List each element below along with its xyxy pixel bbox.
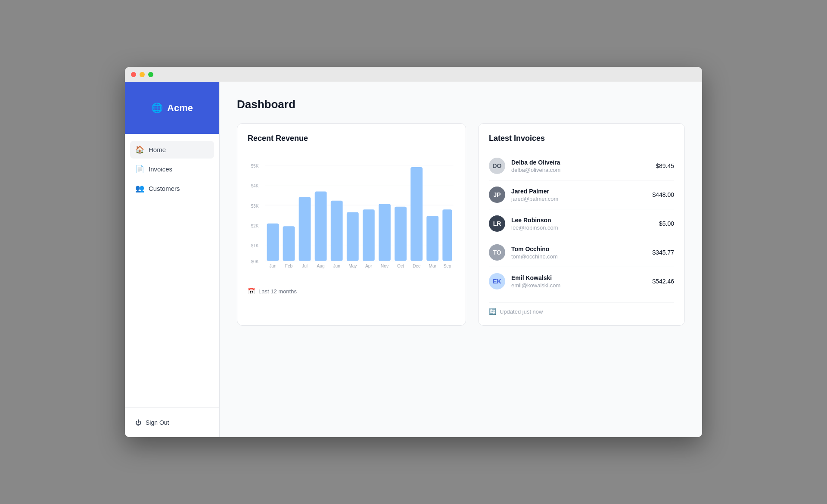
invoice-amount-1: $448.00 xyxy=(652,191,674,198)
invoice-item-2: LR Lee Robinson lee@robinson.com $5.00 xyxy=(489,209,674,238)
svg-text:Jun: Jun xyxy=(333,264,340,268)
invoices-icon: 📄 xyxy=(135,165,144,174)
invoice-info-0: Delba de Oliveira delba@oliveira.com xyxy=(511,159,650,173)
avatar-4: EK xyxy=(489,273,505,289)
invoice-amount-0: $89.45 xyxy=(656,162,674,169)
invoice-email-0: delba@oliveira.com xyxy=(511,167,650,173)
sidebar-item-customers-label: Customers xyxy=(149,185,180,192)
bar-jun xyxy=(331,201,343,261)
bar-aug xyxy=(315,192,327,261)
revenue-card: Recent Revenue $5K $4K $3K $2K $1K $0K xyxy=(237,123,466,326)
svg-text:Nov: Nov xyxy=(381,264,389,268)
app-window: 🌐 Acme 🏠 Home 📄 Invoices 👥 Customers xyxy=(125,67,702,437)
bar-oct xyxy=(395,207,407,261)
sidebar-item-home[interactable]: 🏠 Home xyxy=(130,141,214,159)
invoice-info-3: Tom Occhino tom@occhino.com xyxy=(511,246,646,260)
dot-red xyxy=(131,72,136,77)
invoices-footer-label: Updated just now xyxy=(500,308,543,315)
logo-text: Acme xyxy=(167,103,193,114)
bar-sep xyxy=(442,209,452,261)
bar-mar xyxy=(426,216,438,261)
invoice-name-1: Jared Palmer xyxy=(511,188,646,195)
invoices-card: Latest Invoices DO Delba de Oliveira del… xyxy=(478,123,685,326)
invoice-email-2: lee@robinson.com xyxy=(511,224,653,231)
svg-text:$1K: $1K xyxy=(251,243,258,248)
svg-text:Oct: Oct xyxy=(397,264,404,268)
invoice-email-1: jared@palmer.com xyxy=(511,196,646,202)
dashboard-grid: Recent Revenue $5K $4K $3K $2K $1K $0K xyxy=(237,123,685,326)
sign-out-label: Sign Out xyxy=(146,419,169,426)
invoice-item-3: TO Tom Occhino tom@occhino.com $345.77 xyxy=(489,238,674,267)
avatar-3: TO xyxy=(489,244,505,261)
sidebar-logo: 🌐 Acme xyxy=(125,82,219,134)
page-title: Dashboard xyxy=(237,98,685,111)
invoice-amount-2: $5.00 xyxy=(659,220,674,227)
invoice-info-2: Lee Robinson lee@robinson.com xyxy=(511,217,653,231)
customers-icon: 👥 xyxy=(135,184,144,193)
invoice-name-0: Delba de Oliveira xyxy=(511,159,650,166)
avatar-1: JP xyxy=(489,187,505,203)
dot-yellow xyxy=(140,72,145,77)
bar-chart: $5K $4K $3K $2K $1K $0K xyxy=(248,152,455,281)
chart-footer-label: Last 12 months xyxy=(258,288,297,295)
logo-icon: 🌐 xyxy=(151,103,163,114)
titlebar xyxy=(125,67,702,82)
bar-jan xyxy=(267,224,279,261)
bar-may xyxy=(347,212,359,261)
sign-out-button[interactable]: ⏻ Sign Out xyxy=(130,415,214,430)
calendar-icon: 📅 xyxy=(248,288,255,295)
bar-jul xyxy=(299,197,311,261)
app-body: 🌐 Acme 🏠 Home 📄 Invoices 👥 Customers xyxy=(125,82,702,437)
invoices-card-title: Latest Invoices xyxy=(489,134,674,143)
sidebar: 🌐 Acme 🏠 Home 📄 Invoices 👥 Customers xyxy=(125,82,220,437)
invoice-name-2: Lee Robinson xyxy=(511,217,653,224)
svg-text:$5K: $5K xyxy=(251,164,258,168)
invoice-item-1: JP Jared Palmer jared@palmer.com $448.00 xyxy=(489,180,674,209)
bar-apr xyxy=(363,209,375,261)
chart-footer: 📅 Last 12 months xyxy=(248,288,455,295)
svg-text:$3K: $3K xyxy=(251,204,258,208)
svg-text:Dec: Dec xyxy=(413,264,420,268)
invoice-amount-4: $542.46 xyxy=(652,278,674,285)
svg-text:Sep: Sep xyxy=(443,264,451,268)
bar-dec xyxy=(410,167,423,261)
sidebar-item-invoices[interactable]: 📄 Invoices xyxy=(130,160,214,178)
invoice-email-3: tom@occhino.com xyxy=(511,253,646,260)
refresh-icon: 🔄 xyxy=(489,308,496,315)
invoice-amount-3: $345.77 xyxy=(652,249,674,256)
bar-feb xyxy=(283,226,295,261)
sidebar-item-invoices-label: Invoices xyxy=(149,165,172,173)
svg-text:$0K: $0K xyxy=(251,259,258,264)
sidebar-item-home-label: Home xyxy=(149,146,166,153)
avatar-2: LR xyxy=(489,215,505,232)
home-icon: 🏠 xyxy=(135,145,144,154)
invoice-item-4: EK Emil Kowalski emil@kowalski.com $542.… xyxy=(489,267,674,296)
sidebar-item-customers[interactable]: 👥 Customers xyxy=(130,180,214,197)
svg-text:Jul: Jul xyxy=(302,264,308,268)
svg-text:Jan: Jan xyxy=(269,264,276,268)
sidebar-footer: ⏻ Sign Out xyxy=(125,408,219,437)
invoice-name-4: Emil Kowalski xyxy=(511,274,646,281)
svg-text:Mar: Mar xyxy=(429,264,436,268)
invoices-list: DO Delba de Oliveira delba@oliveira.com … xyxy=(489,152,674,296)
main-content: Dashboard Recent Revenue $5K $4K $3K $2K… xyxy=(220,82,702,437)
bar-nov xyxy=(379,204,391,261)
dot-green xyxy=(148,72,153,77)
svg-text:Apr: Apr xyxy=(365,264,372,268)
invoice-info-4: Emil Kowalski emil@kowalski.com xyxy=(511,274,646,289)
invoice-email-4: emil@kowalski.com xyxy=(511,282,646,289)
svg-text:$4K: $4K xyxy=(251,184,258,188)
sidebar-nav: 🏠 Home 📄 Invoices 👥 Customers xyxy=(125,134,219,408)
chart-area: $5K $4K $3K $2K $1K $0K xyxy=(248,152,455,281)
svg-text:Aug: Aug xyxy=(317,264,325,268)
avatar-0: DO xyxy=(489,158,505,174)
svg-text:May: May xyxy=(348,264,357,268)
svg-text:Feb: Feb xyxy=(285,264,293,268)
invoices-footer: 🔄 Updated just now xyxy=(489,302,674,315)
invoice-info-1: Jared Palmer jared@palmer.com xyxy=(511,188,646,202)
invoice-item-0: DO Delba de Oliveira delba@oliveira.com … xyxy=(489,152,674,180)
revenue-card-title: Recent Revenue xyxy=(248,134,455,143)
svg-text:$2K: $2K xyxy=(251,224,258,228)
invoice-name-3: Tom Occhino xyxy=(511,246,646,252)
sign-out-icon: ⏻ xyxy=(135,419,141,426)
